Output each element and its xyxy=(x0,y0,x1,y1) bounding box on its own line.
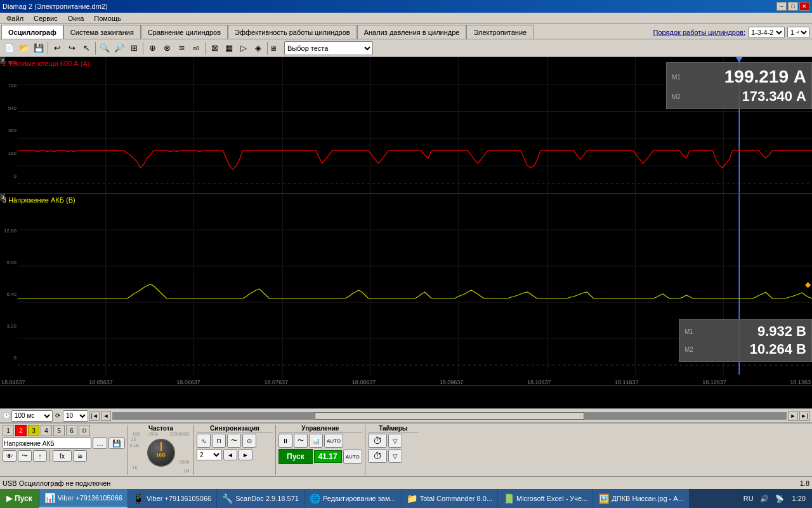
sync-btn-1[interactable]: ∿ xyxy=(197,434,211,448)
play-button[interactable]: Пуск xyxy=(278,449,313,464)
tool-d[interactable]: ⊠ xyxy=(207,41,221,55)
zoom-in-button[interactable]: 🔍 xyxy=(98,41,112,55)
taskbar-image[interactable]: 🖼️ ДПКВ Ниссан.jpg - А... xyxy=(593,489,688,508)
freq-section: Частота 10В 100В 1В 0.1В 250К 333К 500К … xyxy=(131,425,191,475)
channel-save-btn[interactable]: 💾 xyxy=(108,438,125,449)
menu-help[interactable]: Помощь xyxy=(89,13,126,23)
channel-4-btn[interactable]: 4 xyxy=(41,425,52,436)
open-button[interactable]: 📂 xyxy=(17,41,31,55)
ctrl-auto2-btn[interactable]: AUTO xyxy=(343,450,362,464)
ch-wave-btn[interactable]: 〜 xyxy=(18,450,32,462)
tab-cylinder-efficiency[interactable]: Эффективность работы цилиндров xyxy=(228,25,357,39)
sync-arrow-left[interactable]: ◄ xyxy=(223,449,237,460)
sync-label: Синхронизация xyxy=(197,425,273,432)
timer-btn-1[interactable]: ⏱ xyxy=(368,434,387,448)
scroll-right-button[interactable]: ► xyxy=(788,411,798,421)
ctrl-chart-btn[interactable]: 📊 xyxy=(309,434,323,448)
sync-channel-select[interactable]: 2 xyxy=(197,449,222,460)
tray-network[interactable]: 📡 xyxy=(773,495,786,503)
image-icon: 🖼️ xyxy=(598,493,609,504)
time-per-div-select[interactable]: 100 мс xyxy=(11,410,53,422)
channel-5-btn[interactable]: 5 xyxy=(53,425,65,436)
speed-select[interactable]: 10 xyxy=(63,410,88,422)
channel-2-btn[interactable]: 2 xyxy=(15,425,27,436)
test-select[interactable]: Выбор теста xyxy=(284,41,373,55)
speed-icon: ⟳ xyxy=(54,412,62,419)
tool-b[interactable]: ⊗ xyxy=(160,41,174,55)
cylinder-count-select[interactable]: 1 ÷ xyxy=(787,27,809,38)
ch-filter-btn[interactable]: ≋ xyxy=(73,450,87,462)
tool-f[interactable]: ▷ xyxy=(237,41,251,55)
timer-btn-3[interactable]: ⏱ xyxy=(368,449,387,463)
ctrl-auto-btn[interactable]: AUTO xyxy=(324,434,343,448)
taskbar-browser[interactable]: 🌐 Редактирование зам... xyxy=(304,489,401,508)
tab-cylinder-compare[interactable]: Сравнение цилиндров xyxy=(141,25,228,39)
taskbar-excel[interactable]: 📗 Microsoft Excel - Уче... xyxy=(497,489,593,508)
chart2-measurement-box: M1 9.932 В M2 10.264 В xyxy=(679,319,812,362)
taskbar-viber[interactable]: 📱 Viber +79136105066 xyxy=(128,489,216,508)
channel-1-btn[interactable]: 1 xyxy=(3,425,14,436)
cylinder-order-label[interactable]: Порядок работы цилиндров: xyxy=(653,29,745,36)
taskbar-scandoc[interactable]: 🔧 ScanDoc 2.9.18.571 xyxy=(216,489,304,508)
taskbar-totalcmd[interactable]: 📁 Total Commander 8.0... xyxy=(401,489,497,508)
freq-500k: 500К xyxy=(180,460,190,464)
status-right-value: 1.8 xyxy=(800,479,809,487)
tool-zero[interactable]: ≡0 xyxy=(189,41,203,55)
scrollbar-track[interactable] xyxy=(112,412,787,420)
tab-oscillograph[interactable]: Осциллограф xyxy=(1,25,63,39)
ch-up-btn[interactable]: ↑ xyxy=(33,450,47,462)
ch-eye-btn[interactable]: 👁 xyxy=(3,450,16,462)
timer-btn-4[interactable]: ▽ xyxy=(388,449,402,463)
zoom-out-button[interactable]: 🔎 xyxy=(112,41,126,55)
scroll-start-button[interactable]: |◄ xyxy=(89,411,100,421)
ch-fx-btn[interactable]: fx xyxy=(53,450,72,462)
start-button[interactable]: ▶ Пуск xyxy=(0,489,39,508)
save-button[interactable]: 💾 xyxy=(32,41,46,55)
menu-windows[interactable]: Окна xyxy=(63,13,89,23)
ctrl-pause-btn[interactable]: ⏸ xyxy=(278,434,292,448)
channel-3-btn[interactable]: 3 xyxy=(28,425,39,436)
sync-btn-3[interactable]: 〜 xyxy=(227,434,241,448)
y-label-640: 6.40 xyxy=(6,291,16,297)
freq-1v: 1В xyxy=(131,437,137,441)
close-button[interactable]: ✕ xyxy=(799,2,809,11)
timer-btn-2[interactable]: ▽ xyxy=(388,434,402,448)
channel-dots-btn[interactable]: … xyxy=(93,438,107,449)
tool-c[interactable]: ≋ xyxy=(174,41,188,55)
cursor-button[interactable]: ↖ xyxy=(79,41,93,55)
tab-ignition[interactable]: Система зажигания xyxy=(63,25,141,39)
sync-btn-2[interactable]: ⊓ xyxy=(212,434,226,448)
tool-a[interactable]: ⊕ xyxy=(145,41,159,55)
scroll-left-button[interactable]: ◄ xyxy=(101,411,111,421)
channel-name-input[interactable] xyxy=(3,438,91,449)
channel-6-btn[interactable]: 6 xyxy=(66,425,77,436)
freq-1k: 1К xyxy=(133,465,138,470)
zoom-fit-button[interactable]: ⊞ xyxy=(127,41,141,55)
cylinder-order-select[interactable]: 1-3-4-2 xyxy=(748,27,785,38)
tray-lang[interactable]: RU xyxy=(742,495,756,502)
channel-d-btn[interactable]: D xyxy=(79,425,90,436)
ctrl-wave-btn[interactable]: 〜 xyxy=(294,434,308,448)
sync-btn-4[interactable]: ⊙ xyxy=(242,434,256,448)
maximize-button[interactable]: □ xyxy=(788,2,798,11)
freq-knob[interactable]: 16В xyxy=(147,439,175,467)
redo-button[interactable]: ↪ xyxy=(65,41,79,55)
chart2-container: 16 12.80 9.60 6.40 3.20 0 3 Напряжение А… xyxy=(0,194,812,375)
menu-service[interactable]: Сервис xyxy=(29,13,63,23)
undo-button[interactable]: ↩ xyxy=(50,41,64,55)
tool-e[interactable]: ▦ xyxy=(222,41,236,55)
new-button[interactable]: 📄 xyxy=(3,41,16,55)
minimize-button[interactable]: – xyxy=(776,2,787,11)
menu-file[interactable]: Файл xyxy=(1,13,29,23)
tab-power[interactable]: Электропитание xyxy=(466,25,534,39)
tab-pressure-analysis[interactable]: Анализ давления в цилиндре xyxy=(357,25,467,39)
control-label: Управление xyxy=(278,425,362,432)
chart1-m1-label: M1 xyxy=(672,74,684,81)
sync-arrow-right[interactable]: ► xyxy=(239,449,252,460)
tray-volume[interactable]: 🔊 xyxy=(758,495,771,503)
separator-2 xyxy=(95,42,96,55)
scrollbar-thumb[interactable] xyxy=(315,412,584,420)
tool-g[interactable]: ◈ xyxy=(251,41,265,55)
scroll-end-button[interactable]: ►| xyxy=(799,411,809,421)
taskbar-diamag[interactable]: 📊 Viber +79136105066 xyxy=(39,489,128,508)
